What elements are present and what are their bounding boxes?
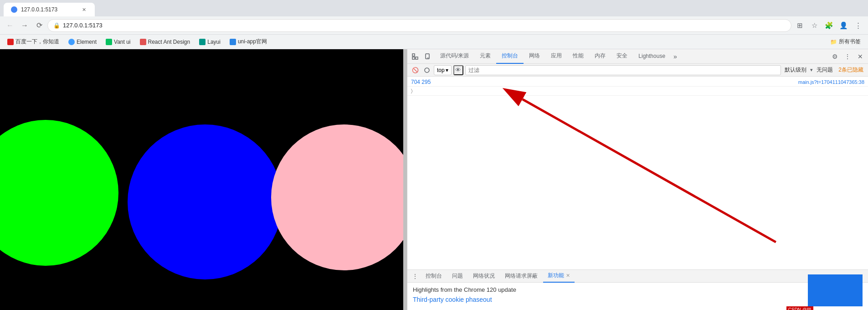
toolbar-right: ⊞ ☆ 🧩 👤 ⋮ bbox=[793, 19, 864, 32]
inspect-element-button[interactable] bbox=[409, 51, 421, 62]
svg-rect-2 bbox=[412, 57, 415, 59]
devtools-tab-application[interactable]: 应用 bbox=[545, 49, 567, 64]
console-clear-button[interactable]: 🚫 bbox=[410, 65, 420, 75]
bookmark-star-button[interactable]: ☆ bbox=[808, 19, 821, 32]
bottom-panel-options-button[interactable]: ⋮ bbox=[410, 271, 420, 281]
bookmark-element-label: Element bbox=[77, 39, 97, 45]
browser-toolbar: ← → ⟳ 🔒 127.0.0.1:5173 ⊞ ☆ 🧩 👤 ⋮ bbox=[0, 16, 868, 35]
console-file-link[interactable]: main.js?t=1704111047365:38 bbox=[798, 79, 864, 85]
bookmark-layui-label: Layui bbox=[207, 39, 221, 45]
reload-button[interactable]: ⟳ bbox=[33, 19, 46, 32]
tab-favicon bbox=[11, 6, 17, 13]
devtools-tab-network[interactable]: 网络 bbox=[524, 49, 545, 64]
highlights-description: Highlights from the Chrome 120 update bbox=[413, 286, 863, 293]
devtools-bottom-panel: ⋮ 控制台 问题 网络状况 网络请求屏蔽 新功能 ✕ bbox=[407, 269, 868, 310]
devtools-panel: 源代码/来源 元素 控制台 网络 应用 性能 bbox=[407, 49, 868, 310]
bookmark-react-antd[interactable]: React Ant Design bbox=[136, 36, 194, 47]
bottom-tab-new-features[interactable]: 新功能 ✕ bbox=[543, 270, 575, 283]
tab-title: 127.0.0.1:5173 bbox=[21, 6, 77, 13]
devtools-tab-performance[interactable]: 性能 bbox=[567, 49, 589, 64]
react-antd-favicon bbox=[140, 39, 146, 45]
svg-point-5 bbox=[425, 68, 429, 72]
resize-divider[interactable] bbox=[403, 49, 407, 310]
devtools-main-tabs: 源代码/来源 元素 控制台 网络 应用 性能 bbox=[435, 49, 828, 64]
translate-icon-button[interactable]: ⊞ bbox=[793, 19, 806, 32]
expand-icon[interactable]: 〉 bbox=[411, 88, 413, 94]
menu-button[interactable]: ⋮ bbox=[852, 19, 864, 32]
bookmark-uniapp[interactable]: uni-app官网 bbox=[226, 36, 271, 47]
third-party-cookie-title[interactable]: Third-party cookie phaseout bbox=[413, 296, 863, 303]
bookmark-baidu[interactable]: 百度一下，你知道 bbox=[4, 36, 63, 47]
bookmarks-bar: 百度一下，你知道 Element Vant ui React Ant Desig… bbox=[0, 35, 868, 49]
devtools-tab-security[interactable]: 安全 bbox=[611, 49, 633, 64]
svg-rect-0 bbox=[412, 54, 415, 56]
devtools-tab-lighthouse[interactable]: Lighthouse bbox=[633, 49, 671, 64]
top-context-label: top bbox=[437, 67, 445, 73]
warning-count-label[interactable]: 2条已隐藏 bbox=[837, 66, 865, 74]
bottom-tab-network-intercept[interactable]: 网络请求屏蔽 bbox=[500, 270, 542, 283]
all-bookmarks-label: 所有书签 bbox=[839, 38, 861, 46]
bookmark-react-antd-label: React Ant Design bbox=[148, 39, 190, 45]
bottom-tabs-bar: ⋮ 控制台 问题 网络状况 网络请求屏蔽 新功能 ✕ bbox=[407, 270, 868, 283]
devtools-toolbar-right: ⚙ ⋮ ✕ bbox=[829, 51, 866, 62]
back-button[interactable]: ← bbox=[4, 19, 16, 32]
svg-line-7 bbox=[523, 99, 776, 242]
devtools-tab-console[interactable]: 控制台 bbox=[496, 49, 524, 64]
devtools-tab-elements[interactable]: 元素 bbox=[474, 49, 496, 64]
bottom-tab-issues[interactable]: 问题 bbox=[447, 270, 467, 283]
pink-circle bbox=[271, 124, 403, 270]
console-log-line: 704 295 main.js?t=1704111047365:38 bbox=[407, 78, 868, 87]
bookmark-layui[interactable]: Layui bbox=[195, 36, 224, 47]
browser-frame: 127.0.0.1:5173 ✕ ← → ⟳ 🔒 127.0.0.1:5173 … bbox=[0, 0, 868, 310]
tab-bar: 127.0.0.1:5173 ✕ bbox=[0, 0, 868, 16]
folder-icon: 📁 bbox=[830, 39, 837, 45]
bookmark-uniapp-label: uni-app官网 bbox=[238, 38, 267, 46]
console-filter-button[interactable] bbox=[422, 65, 432, 75]
default-level-dropdown[interactable]: 默认级别 bbox=[783, 66, 808, 74]
svg-rect-1 bbox=[416, 57, 418, 59]
uniapp-favicon bbox=[230, 39, 236, 45]
console-filter-input[interactable] bbox=[465, 65, 781, 75]
console-expand-line: 〉 bbox=[407, 87, 868, 96]
devtools-tabs-toolbar: 源代码/来源 元素 控制台 网络 应用 性能 bbox=[407, 49, 868, 64]
baidu-favicon bbox=[7, 39, 14, 45]
lock-icon: 🔒 bbox=[53, 22, 60, 29]
blue-circle bbox=[128, 124, 282, 279]
profile-button[interactable]: 👤 bbox=[837, 19, 850, 32]
webpage-viewport bbox=[0, 49, 403, 310]
console-toolbar: 🚫 top ▾ 👁 默认级别 ▾ 无问题 2条已隐藏 bbox=[407, 64, 868, 77]
address-bar[interactable]: 🔒 127.0.0.1:5173 bbox=[47, 19, 791, 32]
devtools-tab-more-button[interactable]: » bbox=[671, 49, 680, 64]
update-thumbnail bbox=[808, 274, 863, 306]
browser-tab[interactable]: 127.0.0.1:5173 ✕ bbox=[4, 3, 95, 16]
bookmark-element[interactable]: Element bbox=[65, 36, 100, 47]
devtools-more-options-button[interactable]: ⋮ bbox=[842, 51, 853, 62]
no-issue-label: 无问题 bbox=[815, 66, 835, 74]
new-features-tab-close[interactable]: ✕ bbox=[566, 273, 570, 279]
bottom-panel-content: Highlights from the Chrome 120 update Th… bbox=[407, 283, 868, 310]
devtools-settings-button[interactable]: ⚙ bbox=[829, 51, 841, 62]
content-area: 源代码/来源 元素 控制台 网络 应用 性能 bbox=[0, 49, 868, 310]
csdn-badge: CSDN @联 bbox=[786, 306, 813, 310]
bookmark-vantui[interactable]: Vant ui bbox=[102, 36, 134, 47]
extension-puzzle-button[interactable]: 🧩 bbox=[822, 19, 835, 32]
bookmark-vantui-label: Vant ui bbox=[114, 39, 130, 45]
bookmark-baidu-label: 百度一下，你知道 bbox=[15, 38, 59, 46]
devtools-close-button[interactable]: ✕ bbox=[854, 51, 866, 62]
eye-button[interactable]: 👁 bbox=[453, 65, 463, 75]
devtools-tab-memory[interactable]: 内存 bbox=[589, 49, 611, 64]
vantui-favicon bbox=[106, 39, 112, 45]
address-text: 127.0.0.1:5173 bbox=[63, 22, 786, 29]
bottom-tab-network-conditions[interactable]: 网络状况 bbox=[468, 270, 499, 283]
device-toolbar-button[interactable] bbox=[422, 51, 434, 62]
annotation-arrow bbox=[407, 77, 868, 269]
bottom-tab-console[interactable]: 控制台 bbox=[421, 270, 447, 283]
forward-button[interactable]: → bbox=[18, 19, 31, 32]
console-line-numbers: 704 295 bbox=[411, 79, 431, 85]
green-circle bbox=[0, 120, 118, 266]
console-content[interactable]: 704 295 main.js?t=1704111047365:38 〉 bbox=[407, 77, 868, 269]
devtools-tab-sources[interactable]: 源代码/来源 bbox=[435, 49, 474, 64]
bookmarks-right[interactable]: 📁 所有书签 bbox=[827, 38, 864, 46]
top-context-dropdown[interactable]: top ▾ bbox=[434, 65, 452, 75]
tab-close-button[interactable]: ✕ bbox=[80, 6, 87, 13]
